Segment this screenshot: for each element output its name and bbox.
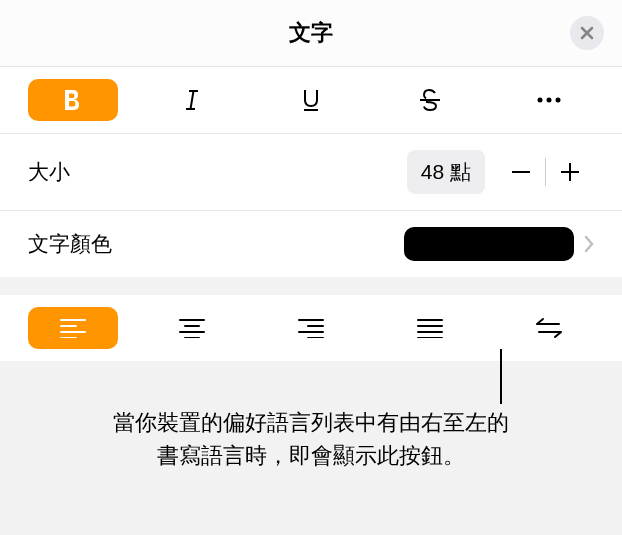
align-center-icon bbox=[179, 318, 205, 338]
svg-point-6 bbox=[547, 98, 552, 103]
size-label: 大小 bbox=[28, 158, 70, 186]
text-color-row[interactable]: 文字顏色 bbox=[0, 211, 622, 277]
callout: 當你裝置的偏好語言列表中有由右至左的 書寫語言時，即會顯示此按鈕。 bbox=[0, 391, 622, 472]
italic-button[interactable] bbox=[147, 79, 237, 121]
chevron-right-icon bbox=[584, 235, 594, 253]
align-left-icon bbox=[60, 318, 86, 338]
bold-icon bbox=[63, 88, 83, 112]
close-button[interactable] bbox=[570, 16, 604, 50]
align-right-button[interactable] bbox=[266, 307, 356, 349]
text-format-panel: 文字 bbox=[0, 0, 622, 472]
size-value[interactable]: 48 點 bbox=[407, 150, 485, 194]
callout-line1: 當你裝置的偏好語言列表中有由右至左的 bbox=[113, 410, 509, 435]
text-style-row bbox=[0, 67, 622, 134]
more-options-button[interactable] bbox=[504, 79, 594, 121]
text-direction-button[interactable] bbox=[504, 307, 594, 349]
svg-line-2 bbox=[191, 91, 194, 109]
align-center-button[interactable] bbox=[147, 307, 237, 349]
size-controls: 48 點 bbox=[407, 150, 594, 194]
align-justify-icon bbox=[417, 318, 443, 338]
italic-icon bbox=[183, 88, 201, 112]
svg-point-7 bbox=[556, 98, 561, 103]
svg-rect-10 bbox=[569, 163, 571, 181]
color-right bbox=[404, 227, 594, 261]
strikethrough-icon bbox=[419, 88, 441, 112]
text-color-label: 文字顏色 bbox=[28, 230, 112, 258]
alignment-section bbox=[0, 295, 622, 361]
size-row: 大小 48 點 bbox=[0, 134, 622, 211]
callout-line2: 書寫語言時，即會顯示此按鈕。 bbox=[157, 443, 465, 468]
underline-icon bbox=[301, 88, 321, 112]
align-left-button[interactable] bbox=[28, 307, 118, 349]
align-right-icon bbox=[298, 318, 324, 338]
size-decrease-button[interactable] bbox=[497, 151, 545, 193]
plus-icon bbox=[561, 163, 579, 181]
callout-line bbox=[500, 349, 502, 404]
close-icon bbox=[579, 25, 595, 41]
ellipsis-icon bbox=[536, 96, 562, 104]
svg-rect-8 bbox=[512, 171, 530, 173]
size-stepper bbox=[497, 151, 594, 193]
strikethrough-button[interactable] bbox=[385, 79, 475, 121]
bidirectional-icon bbox=[535, 317, 563, 339]
panel-header: 文字 bbox=[0, 0, 622, 67]
minus-icon bbox=[512, 170, 530, 174]
color-swatch bbox=[404, 227, 574, 261]
panel-title: 文字 bbox=[289, 18, 333, 48]
bold-button[interactable] bbox=[28, 79, 118, 121]
callout-text: 當你裝置的偏好語言列表中有由右至左的 書寫語言時，即會顯示此按鈕。 bbox=[0, 391, 622, 472]
underline-button[interactable] bbox=[266, 79, 356, 121]
svg-point-5 bbox=[538, 98, 543, 103]
size-increase-button[interactable] bbox=[546, 151, 594, 193]
format-section: 大小 48 點 文字顏色 bbox=[0, 67, 622, 277]
align-justify-button[interactable] bbox=[385, 307, 475, 349]
